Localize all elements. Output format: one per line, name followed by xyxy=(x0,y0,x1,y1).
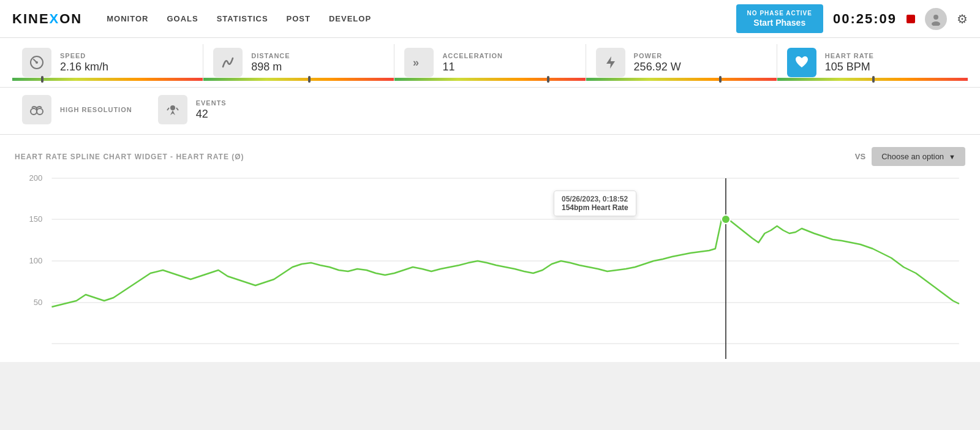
events-icon xyxy=(165,102,181,118)
vs-label: VS xyxy=(855,152,865,161)
nav-links: MONITOR GOALS STATISTICS POST DEVELOP xyxy=(107,12,736,26)
events-icon-box xyxy=(158,95,187,124)
events-value: 42 xyxy=(196,108,227,121)
record-indicator[interactable] xyxy=(907,15,915,23)
chart-section: HEART RATE SPLINE CHART WIDGET - HEART R… xyxy=(0,135,980,362)
metric-speed: SPEED 2.16 km/h xyxy=(12,44,203,81)
distance-label: DISTANCE xyxy=(251,52,290,59)
speed-indicator xyxy=(41,76,43,83)
acceleration-text: ACCELERATION 11 xyxy=(442,52,503,74)
speed-icon-box xyxy=(22,48,51,77)
svg-point-9 xyxy=(170,105,175,110)
chevron-down-icon: ▼ xyxy=(949,153,956,160)
logo-text-after: ON xyxy=(59,11,82,27)
metric-acceleration: » ACCELERATION 11 xyxy=(394,44,586,81)
distance-value: 898 m xyxy=(251,61,290,74)
svg-text:»: » xyxy=(413,56,419,69)
chart-area: 200 150 100 50 Heart Rate (Ø) 05/26/2023… xyxy=(15,172,965,362)
metrics-row-2: HIGH RESOLUTION EVENTS 42 xyxy=(0,88,980,135)
choose-option-label: Choose an option xyxy=(881,152,944,161)
power-bar-container xyxy=(586,78,777,81)
nav-post[interactable]: POST xyxy=(287,12,311,26)
nav-monitor[interactable]: MONITOR xyxy=(107,12,148,26)
acceleration-bar-container xyxy=(394,78,585,81)
binoculars-icon xyxy=(29,102,45,118)
heart-rate-text: HEART RATE 105 BPM xyxy=(825,52,874,74)
svg-text:100: 100 xyxy=(29,256,42,265)
metric-heart-rate: HEART RATE 105 BPM xyxy=(777,44,968,81)
session-timer: 00:25:09 xyxy=(833,11,897,27)
distance-bar xyxy=(203,78,394,81)
power-value: 256.92 W xyxy=(634,61,681,74)
acceleration-bar xyxy=(394,78,585,81)
logo: KINEXON xyxy=(12,11,82,27)
speed-value: 2.16 km/h xyxy=(60,61,108,74)
speed-icon xyxy=(29,55,45,70)
metric-high-resolution: HIGH RESOLUTION xyxy=(12,91,142,128)
no-phase-label: NO PHASE ACTIVE xyxy=(747,9,812,17)
metric-power: POWER 256.92 W xyxy=(586,44,777,81)
svg-point-7 xyxy=(37,108,43,115)
heart-rate-bar-container xyxy=(777,78,968,81)
chart-header: HEART RATE SPLINE CHART WIDGET - HEART R… xyxy=(15,147,965,166)
start-phases-button[interactable]: NO PHASE ACTIVE Start Phases xyxy=(736,4,823,33)
svg-text:150: 150 xyxy=(29,214,42,224)
speed-bar-container xyxy=(12,78,203,81)
svg-point-1 xyxy=(932,21,940,26)
svg-marker-5 xyxy=(606,56,615,69)
chart-title: HEART RATE SPLINE CHART WIDGET - HEART R… xyxy=(15,153,855,161)
nav-right: NO PHASE ACTIVE Start Phases 00:25:09 ⚙ xyxy=(736,4,968,33)
distance-icon-box xyxy=(213,48,243,77)
heart-rate-line xyxy=(51,219,959,307)
start-phases-label: Start Phases xyxy=(747,17,812,28)
power-indicator xyxy=(719,76,722,83)
speed-text: SPEED 2.16 km/h xyxy=(60,52,108,74)
top-nav: KINEXON MONITOR GOALS STATISTICS POST DE… xyxy=(0,0,980,38)
heart-rate-indicator xyxy=(872,76,875,83)
nav-statistics[interactable]: STATISTICS xyxy=(217,12,268,26)
high-res-label: HIGH RESOLUTION xyxy=(60,106,132,113)
high-res-text: HIGH RESOLUTION xyxy=(60,106,132,113)
events-text: EVENTS 42 xyxy=(196,99,227,121)
nav-goals[interactable]: GOALS xyxy=(167,12,198,26)
power-text: POWER 256.92 W xyxy=(634,52,681,74)
speed-label: SPEED xyxy=(60,52,108,59)
acceleration-value: 11 xyxy=(442,61,503,74)
distance-text: DISTANCE 898 m xyxy=(251,52,290,74)
nav-develop[interactable]: DEVELOP xyxy=(329,12,371,26)
distance-icon xyxy=(220,55,236,70)
power-bar xyxy=(586,78,777,81)
avatar[interactable] xyxy=(925,8,947,30)
chart-svg: 200 150 100 50 Heart Rate (Ø) xyxy=(15,172,965,362)
metric-events: EVENTS 42 xyxy=(148,91,236,128)
power-icon-box xyxy=(596,48,625,77)
events-label: EVENTS xyxy=(196,99,227,107)
heart-rate-icon xyxy=(794,55,810,70)
choose-option-button[interactable]: Choose an option ▼ xyxy=(872,147,965,166)
svg-text:50: 50 xyxy=(34,298,43,307)
heart-rate-value: 105 BPM xyxy=(825,61,874,74)
acceleration-icon: » xyxy=(411,55,427,70)
metrics-row-1: SPEED 2.16 km/h DISTANCE 898 m » xyxy=(0,38,980,88)
acceleration-label: ACCELERATION xyxy=(442,52,503,59)
acceleration-icon-box: » xyxy=(404,48,434,77)
user-icon xyxy=(929,12,943,26)
heart-rate-icon-box xyxy=(787,48,816,77)
logo-x: X xyxy=(50,11,60,27)
distance-bar-container xyxy=(203,78,394,81)
svg-text:200: 200 xyxy=(29,173,42,183)
power-icon xyxy=(603,55,619,70)
svg-point-3 xyxy=(36,61,38,64)
settings-icon[interactable]: ⚙ xyxy=(957,12,968,26)
acceleration-indicator xyxy=(547,76,549,83)
heart-rate-label: HEART RATE xyxy=(825,52,874,59)
high-res-icon-box xyxy=(22,95,51,124)
svg-point-6 xyxy=(31,108,37,115)
logo-text-before: KINE xyxy=(12,11,50,27)
tooltip-dot xyxy=(722,215,730,224)
svg-point-0 xyxy=(933,15,938,20)
power-label: POWER xyxy=(634,52,681,59)
distance-indicator xyxy=(308,76,311,83)
metric-distance: DISTANCE 898 m xyxy=(203,44,394,81)
